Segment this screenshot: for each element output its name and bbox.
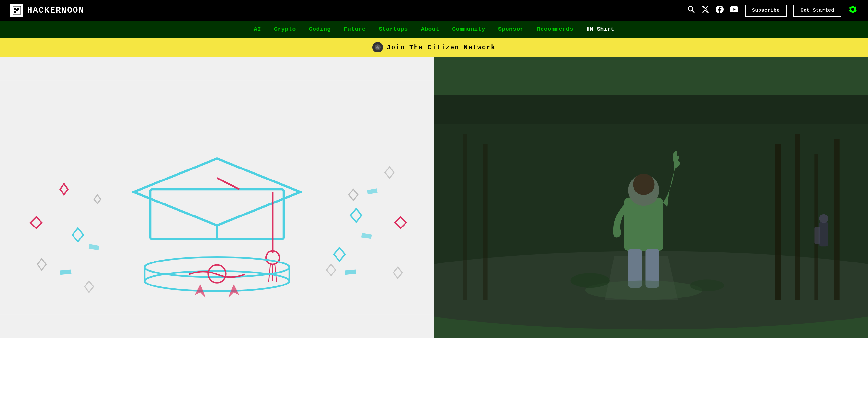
logo-icon (10, 4, 23, 17)
nav-item-coding[interactable]: Coding (309, 26, 331, 32)
svg-line-7 (692, 10, 694, 12)
get-started-button[interactable]: Get Started (793, 4, 841, 17)
svg-rect-52 (834, 139, 840, 300)
nav-item-sponsor[interactable]: Sponsor (498, 26, 524, 32)
nav-item-hn-shirt[interactable]: HN Shirt (586, 26, 614, 32)
svg-point-65 (571, 273, 610, 288)
svg-rect-9 (0, 81, 434, 315)
nav-item-startups[interactable]: Startups (379, 26, 408, 32)
svg-rect-53 (483, 144, 488, 300)
header-right: Subscribe Get Started (687, 4, 858, 17)
citizen-icon (372, 42, 383, 53)
logo[interactable]: HACKERNOON (10, 4, 84, 17)
svg-point-66 (690, 280, 724, 291)
facebook-icon[interactable] (716, 5, 723, 16)
svg-rect-51 (814, 154, 818, 300)
svg-rect-63 (814, 227, 820, 244)
nav-bar: AI Crypto Coding Future Startups About C… (0, 21, 868, 37)
nav-item-recommends[interactable]: Recommends (537, 26, 573, 32)
svg-rect-50 (795, 134, 800, 300)
settings-icon[interactable] (848, 4, 858, 17)
twitter-icon[interactable] (702, 5, 709, 16)
svg-rect-49 (775, 144, 781, 300)
svg-point-6 (688, 6, 693, 11)
logo-text: HACKERNOON (27, 5, 84, 15)
svg-point-58 (633, 174, 654, 195)
nav-item-community[interactable]: Community (452, 26, 485, 32)
top-header: HACKERNOON Subscribe Get Started (0, 0, 868, 21)
nav-item-future[interactable]: Future (344, 26, 366, 32)
nav-item-ai[interactable]: AI (254, 26, 261, 32)
citizen-text: Join The Citizen Network (387, 44, 496, 51)
svg-rect-54 (463, 134, 467, 300)
youtube-icon[interactable] (730, 5, 739, 16)
nav-item-crypto[interactable]: Crypto (274, 26, 296, 32)
nav-item-about[interactable]: About (421, 26, 439, 32)
svg-point-62 (819, 214, 828, 223)
article-card-left: 7 Truthful Facts About Starting a Career… (0, 57, 434, 338)
search-icon[interactable] (687, 5, 695, 16)
svg-rect-61 (819, 222, 828, 246)
article-card-right: The Throw Keyword was a Mistake (434, 57, 868, 338)
citizen-banner[interactable]: Join The Citizen Network (0, 37, 868, 57)
article-image-left (0, 57, 434, 338)
article-image-right (434, 57, 868, 338)
subscribe-button[interactable]: Subscribe (745, 4, 787, 17)
svg-rect-5 (16, 9, 18, 11)
main-content: 7 Truthful Facts About Starting a Career… (0, 57, 868, 338)
